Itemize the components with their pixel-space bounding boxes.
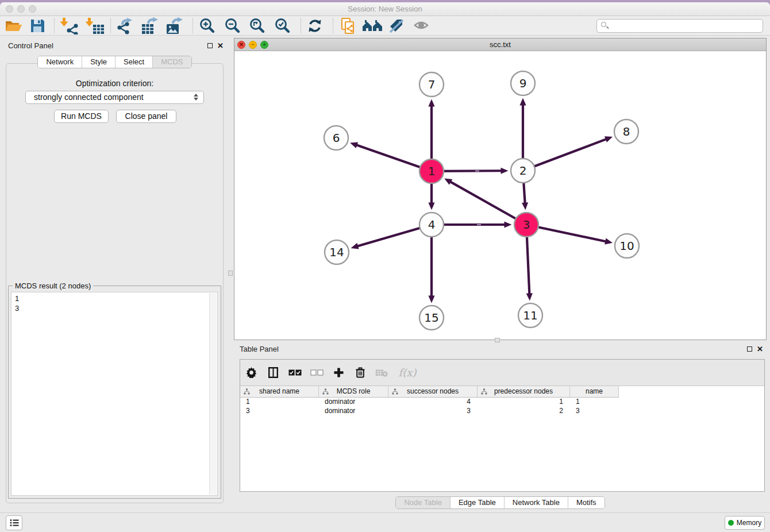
result-scrollbar[interactable] bbox=[209, 293, 217, 495]
graph-node-1[interactable]: 1 bbox=[419, 159, 444, 183]
network-maximize-button[interactable]: + bbox=[260, 41, 268, 49]
add-column-icon[interactable] bbox=[329, 368, 348, 377]
graph-edge-3-10[interactable] bbox=[526, 225, 613, 245]
window-controls bbox=[6, 5, 36, 13]
column-header-MCDS-role[interactable]: MCDS role bbox=[319, 386, 388, 397]
network-close-button[interactable]: ✕ bbox=[237, 41, 245, 49]
svg-text:15: 15 bbox=[424, 311, 438, 325]
open-file-icon[interactable] bbox=[3, 18, 22, 34]
graph-edge-3-1[interactable] bbox=[444, 179, 526, 225]
graph-node-4[interactable]: 4 bbox=[419, 213, 444, 237]
svg-text:7: 7 bbox=[428, 78, 436, 91]
close-panel-button[interactable]: Close panel bbox=[116, 110, 176, 123]
network-window-title: scc.txt bbox=[234, 38, 766, 51]
tab-motifs[interactable]: Motifs bbox=[568, 497, 605, 508]
graph-node-15[interactable]: 15 bbox=[419, 306, 444, 330]
svg-text:4: 4 bbox=[428, 218, 436, 232]
graph-edge-2-8[interactable] bbox=[523, 136, 613, 171]
maximize-window-button[interactable] bbox=[29, 5, 36, 13]
column-header-successor-nodes[interactable]: successor nodes bbox=[388, 386, 478, 397]
graph-node-10[interactable]: 10 bbox=[615, 234, 639, 258]
graph-node-2[interactable]: 2 bbox=[511, 159, 535, 183]
list-icon bbox=[10, 519, 19, 527]
graph-node-3[interactable]: 3 bbox=[514, 213, 538, 237]
control-panel-float-icon[interactable] bbox=[207, 43, 213, 48]
tab-network-table[interactable]: Network Table bbox=[505, 497, 568, 508]
copy-network-icon[interactable] bbox=[337, 17, 358, 35]
mcds-result-list[interactable]: 13 bbox=[11, 292, 218, 496]
first-neighbors-icon[interactable] bbox=[361, 17, 383, 34]
svg-text:6: 6 bbox=[333, 131, 340, 145]
graph-node-8[interactable]: 8 bbox=[614, 119, 638, 144]
table-panel-tabs: Node TableEdge TableNetwork TableMotifs bbox=[234, 496, 767, 509]
mcds-result-group: MCDS result (2 nodes) 13 bbox=[8, 286, 221, 499]
task-history-button[interactable] bbox=[6, 515, 22, 530]
import-table-icon[interactable] bbox=[84, 17, 105, 34]
select-all-icon[interactable] bbox=[286, 369, 304, 376]
show-graphics-icon[interactable] bbox=[411, 17, 432, 34]
zoom-in-icon[interactable] bbox=[197, 17, 218, 34]
svg-text:8: 8 bbox=[623, 125, 630, 138]
delete-table-icon[interactable] bbox=[372, 369, 391, 377]
close-window-button[interactable] bbox=[6, 5, 13, 13]
table-panel-float-icon[interactable] bbox=[747, 346, 752, 352]
memory-label: Memory bbox=[737, 519, 761, 527]
import-network-icon[interactable] bbox=[59, 17, 80, 34]
minimize-window-button[interactable] bbox=[17, 5, 25, 13]
search-field bbox=[596, 19, 763, 33]
graph-node-11[interactable]: 11 bbox=[518, 303, 542, 327]
network-canvas[interactable]: 7968124314101511 bbox=[234, 51, 766, 340]
optimization-select[interactable]: strongly connected component bbox=[25, 91, 204, 104]
graph-node-9[interactable]: 9 bbox=[511, 71, 535, 95]
table-row[interactable]: 3dominator323 bbox=[240, 406, 764, 415]
search-input[interactable] bbox=[596, 19, 763, 33]
graph-node-6[interactable]: 6 bbox=[324, 126, 348, 150]
save-session-icon[interactable] bbox=[29, 18, 46, 34]
hide-labels-icon[interactable] bbox=[387, 17, 406, 34]
tab-select[interactable]: Select bbox=[116, 56, 153, 68]
horizontal-splitter-handle[interactable] bbox=[495, 338, 500, 342]
tab-mcds[interactable]: MCDS bbox=[153, 56, 191, 68]
svg-text:3: 3 bbox=[523, 218, 530, 232]
control-panel-close-icon[interactable]: ✕ bbox=[217, 43, 224, 49]
table-cell: 1 bbox=[570, 397, 619, 406]
table-settings-icon[interactable] bbox=[242, 367, 260, 378]
svg-text:11: 11 bbox=[523, 309, 537, 322]
export-network-icon[interactable] bbox=[115, 17, 136, 34]
tab-edge-table[interactable]: Edge Table bbox=[451, 497, 505, 508]
split-column-icon[interactable] bbox=[264, 367, 282, 378]
tab-style[interactable]: Style bbox=[82, 56, 116, 68]
export-image-icon[interactable] bbox=[164, 17, 185, 34]
zoom-selected-icon[interactable] bbox=[272, 17, 294, 34]
network-minimize-button[interactable]: − bbox=[249, 41, 257, 49]
tab-node-table[interactable]: Node Table bbox=[396, 497, 451, 508]
table-panel-close-icon[interactable]: ✕ bbox=[757, 346, 763, 353]
refresh-icon[interactable] bbox=[305, 18, 325, 34]
zoom-out-icon[interactable] bbox=[222, 17, 244, 34]
status-bar: Memory bbox=[0, 512, 770, 532]
function-builder-icon[interactable]: f(x) bbox=[396, 367, 419, 379]
deselect-all-icon[interactable] bbox=[307, 369, 326, 376]
svg-text:1: 1 bbox=[428, 164, 436, 178]
network-window-titlebar[interactable]: ✕ − + scc.txt bbox=[234, 38, 766, 51]
table-header-row: shared nameMCDS rolesuccessor nodesprede… bbox=[240, 386, 764, 397]
memory-button[interactable]: Memory bbox=[725, 516, 765, 530]
tab-network[interactable]: Network bbox=[38, 56, 82, 68]
column-header-shared-name[interactable]: shared name bbox=[240, 386, 319, 397]
title-bar: Session: New Session bbox=[0, 2, 770, 16]
graph-edge-1-6[interactable] bbox=[350, 142, 432, 171]
delete-column-icon[interactable] bbox=[351, 367, 369, 378]
table-toolbar: f(x) bbox=[240, 360, 764, 386]
column-header-name[interactable]: name bbox=[570, 386, 619, 397]
export-table-icon[interactable] bbox=[140, 17, 160, 34]
zoom-fit-icon[interactable] bbox=[247, 17, 268, 34]
table-row[interactable]: 1dominator411 bbox=[240, 397, 764, 406]
control-panel-title: Control Panel bbox=[8, 41, 53, 50]
run-mcds-button[interactable]: Run MCDS bbox=[54, 110, 109, 123]
graph-node-7[interactable]: 7 bbox=[419, 72, 444, 97]
node-table[interactable]: shared nameMCDS rolesuccessor nodesprede… bbox=[240, 386, 764, 491]
vertical-splitter-handle[interactable] bbox=[228, 271, 233, 276]
select-stepper-icon bbox=[194, 94, 198, 101]
graph-node-14[interactable]: 14 bbox=[325, 240, 349, 264]
column-header-predecessor-nodes[interactable]: predecessor nodes bbox=[478, 386, 570, 397]
